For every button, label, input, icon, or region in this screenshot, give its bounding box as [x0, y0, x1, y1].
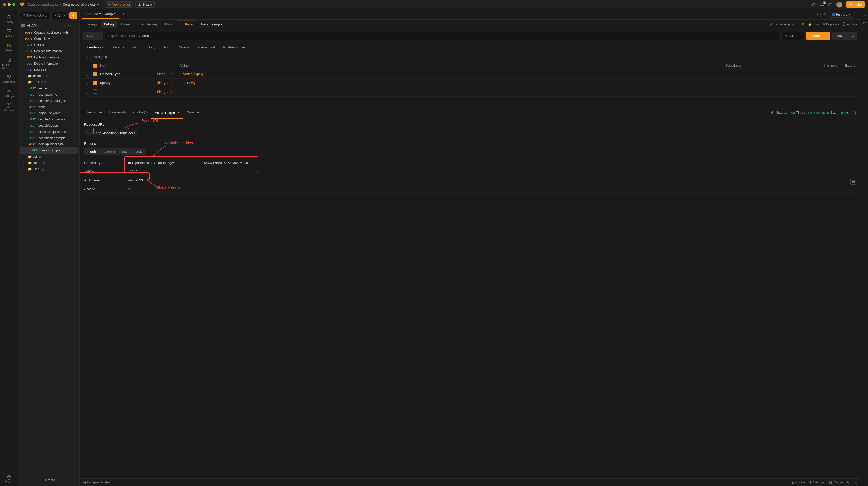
req-tab-auth[interactable]: Auth [160, 42, 174, 52]
section-tab-params[interactable]: params [101, 148, 119, 155]
nav-apis[interactable]: APIs [2, 27, 16, 40]
export-action[interactable]: ⭱ Export [840, 64, 855, 67]
subtab-share[interactable]: Share [176, 21, 196, 28]
search-input[interactable] [27, 14, 48, 17]
rail-book-icon[interactable]: ▭ [863, 21, 866, 25]
req-tab-cookie[interactable]: Cookie [175, 42, 193, 52]
layout-toggle[interactable]: ▦ [850, 179, 856, 184]
req-tab-headers[interactable]: Headers(2) [83, 42, 108, 52]
req-tab-params[interactable]: Params [109, 42, 128, 52]
refresh-icon[interactable]: ⟳ [63, 24, 66, 27]
method-selector[interactable]: GET [83, 32, 103, 40]
section-tab-header[interactable]: header [84, 148, 101, 155]
send-button[interactable]: Send [806, 32, 830, 40]
req-tab-path[interactable]: Path [129, 42, 143, 52]
panel-icon[interactable] [828, 2, 833, 7]
req-tab-pre-request[interactable]: Pre-request [194, 42, 219, 52]
nav-settings[interactable]: Settings [2, 87, 16, 100]
collapse-sidebar[interactable]: ◀ Collapse Sidebar [83, 481, 111, 484]
rail-help-icon[interactable]: ? [864, 13, 865, 17]
breadcrumb-space[interactable]: Cora personal space [28, 3, 59, 6]
api-item[interactable]: GET/search/imagesetpic [18, 135, 79, 141]
window-controls[interactable] [3, 3, 15, 6]
api-item[interactable]: GETGet List [18, 42, 79, 48]
nav-tests[interactable]: Tests [2, 41, 16, 54]
nav-manage[interactable]: Manage [2, 101, 16, 114]
info-icon[interactable]: i [854, 111, 857, 115]
subtab-debug[interactable]: Debug [101, 21, 117, 28]
api-item[interactable]: GETUsers Example [20, 147, 78, 153]
expand-icon[interactable]: ⤢ [73, 24, 76, 27]
add-button[interactable]: + [69, 12, 77, 19]
breadcrumb-project[interactable]: Cora personal project [63, 3, 95, 6]
tab-more[interactable]: ⋯ [128, 10, 139, 19]
resp-tab-console[interactable]: Console [183, 107, 203, 119]
api-item[interactable]: SSENew SSE [18, 67, 79, 73]
section-tab-body[interactable]: body [132, 148, 146, 155]
api-item[interactable]: GET/counter/pictureclick [18, 116, 79, 122]
subtab-cases[interactable]: Cases [118, 21, 134, 28]
chevron-right-icon[interactable]: › [816, 12, 817, 16]
filter-dropdown[interactable]: All [52, 12, 68, 19]
api-item[interactable]: POSTCreates list of users with ... [18, 29, 79, 36]
resp-tab-cookie[interactable]: Cookie(2) [129, 107, 151, 119]
env-selector[interactable]: Ttest_db [829, 11, 854, 18]
folder-pet[interactable]: ›📁 pet(9) [18, 153, 79, 160]
subtab-mock[interactable]: Mock [161, 21, 175, 28]
all-api-header[interactable]: All API ⟳ ◇ ⤢ [18, 22, 79, 29]
subtab-design[interactable]: Design [83, 21, 100, 28]
new-project-button[interactable]: +New project [106, 1, 133, 8]
folder-user[interactable]: ›📁 user(7) [18, 166, 79, 172]
nav-schemas[interactable]: Schemas [2, 73, 16, 86]
notification-icon[interactable]: 2 [820, 2, 824, 7]
folder-store[interactable]: ›📁 store(4) [18, 160, 79, 166]
api-item[interactable]: PATUpdate Information [18, 54, 79, 60]
chevron-down-icon[interactable] [96, 3, 99, 6]
subtab-load-testing[interactable]: Load Testing [135, 21, 160, 28]
resp-tab-response[interactable]: Response [83, 107, 106, 119]
api-item[interactable]: GET/search/dyTabStr.json [18, 98, 79, 104]
req-tab-post-response[interactable]: Post-response [220, 42, 249, 52]
api-item[interactable]: GET/user/logininfo [18, 91, 79, 98]
help-icon[interactable]: ? [854, 481, 857, 484]
archive-action[interactable]: 🗄Archive [843, 23, 857, 26]
api-item[interactable]: GET/simple/simplesearch [18, 129, 79, 135]
resp-tab-headers[interactable]: Headers(8) [106, 107, 130, 119]
duplicate-action[interactable]: ⧉Duplicate [823, 23, 839, 26]
api-item[interactable]: GET/sugrec [18, 85, 79, 91]
create-button[interactable]: + Create [21, 476, 76, 484]
api-item[interactable]: POSTCreate New [18, 36, 79, 42]
header-row[interactable]: ⋮⋮ String⌄* [83, 87, 857, 97]
http-version-selector[interactable]: http/1.1 [781, 32, 804, 40]
menu-icon[interactable]: ≡ [857, 12, 859, 16]
target-icon[interactable]: ◎ [823, 12, 826, 16]
api-item[interactable]: POST/odin/api/blockdata [18, 141, 79, 147]
chevron-left-icon[interactable]: ‹ [813, 12, 814, 16]
folder-testing[interactable]: ›📁 Testing(2) [18, 73, 79, 79]
api-item[interactable]: POST/abdr [18, 104, 79, 110]
api-item[interactable]: GET/aigc/surveydata [18, 110, 79, 116]
url-input[interactable]: http://localhost:3000 /users [105, 32, 779, 40]
tab-add[interactable]: + [119, 10, 128, 19]
resp-tab-actual-request[interactable]: Actual Request• [151, 107, 183, 119]
footer-community[interactable]: 👥 Community [829, 481, 849, 484]
lock-action[interactable]: 🔒Lock [808, 23, 819, 26]
status-developing[interactable]: Developing⌄ [776, 23, 798, 26]
save-button[interactable]: Save [832, 32, 849, 40]
folder-apis[interactable]: ⌄📁 APIs(11) [18, 79, 79, 85]
sync-icon[interactable] [811, 2, 816, 7]
search-input-wrap[interactable] [20, 12, 51, 19]
header-row[interactable]: ⋮⋮✓ apiKey String⌄* {{apiKey}} [83, 79, 857, 87]
api-item[interactable]: DELDelete Information [18, 60, 79, 67]
diamond-icon[interactable]: ◇ [68, 24, 71, 27]
nav-share-docs[interactable]: Share Docs [2, 55, 16, 72]
footer-cookie[interactable]: ◐ Cookie [792, 481, 805, 484]
section-tab-path[interactable]: path [119, 148, 132, 155]
sort-icon[interactable]: ⇵ [802, 23, 804, 26]
footer-settings[interactable]: ⚙ Settings [809, 481, 824, 484]
public-header-collapse[interactable]: Public (header) [80, 53, 861, 61]
nav-trash[interactable]: Trash [2, 473, 16, 486]
avatar[interactable] [836, 2, 842, 8]
share-button[interactable]: Share [135, 1, 155, 8]
transfer-icon[interactable]: ⇄ [770, 23, 772, 26]
